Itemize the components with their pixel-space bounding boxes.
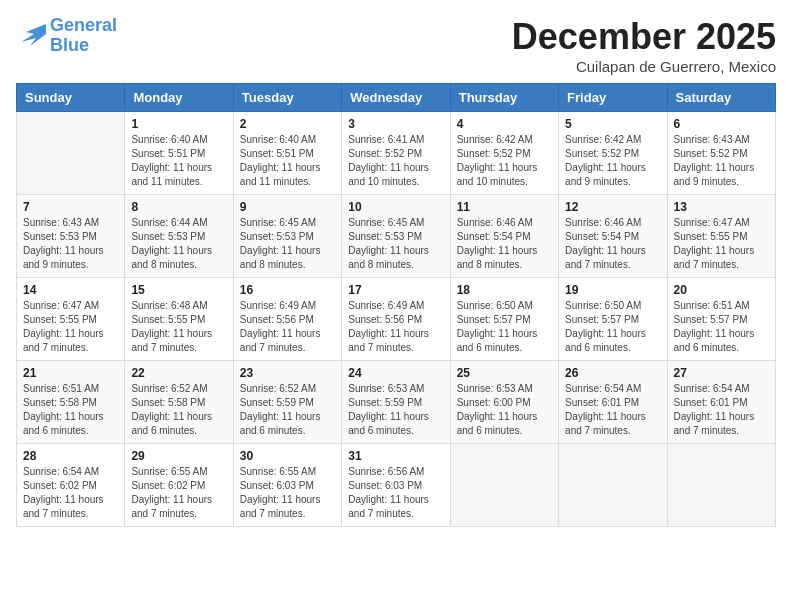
day-number: 5 <box>565 117 660 131</box>
calendar-cell: 22Sunrise: 6:52 AMSunset: 5:58 PMDayligh… <box>125 361 233 444</box>
calendar-cell: 8Sunrise: 6:44 AMSunset: 5:53 PMDaylight… <box>125 195 233 278</box>
day-info: Sunrise: 6:48 AMSunset: 5:55 PMDaylight:… <box>131 299 226 355</box>
calendar-cell: 1Sunrise: 6:40 AMSunset: 5:51 PMDaylight… <box>125 112 233 195</box>
day-info: Sunrise: 6:49 AMSunset: 5:56 PMDaylight:… <box>348 299 443 355</box>
day-number: 21 <box>23 366 118 380</box>
day-number: 1 <box>131 117 226 131</box>
calendar-cell: 9Sunrise: 6:45 AMSunset: 5:53 PMDaylight… <box>233 195 341 278</box>
day-info: Sunrise: 6:47 AMSunset: 5:55 PMDaylight:… <box>674 216 769 272</box>
calendar-week-row: 7Sunrise: 6:43 AMSunset: 5:53 PMDaylight… <box>17 195 776 278</box>
calendar-week-row: 28Sunrise: 6:54 AMSunset: 6:02 PMDayligh… <box>17 444 776 527</box>
calendar-table: Sunday Monday Tuesday Wednesday Thursday… <box>16 83 776 527</box>
header-friday: Friday <box>559 84 667 112</box>
day-info: Sunrise: 6:40 AMSunset: 5:51 PMDaylight:… <box>131 133 226 189</box>
day-info: Sunrise: 6:44 AMSunset: 5:53 PMDaylight:… <box>131 216 226 272</box>
day-info: Sunrise: 6:42 AMSunset: 5:52 PMDaylight:… <box>565 133 660 189</box>
day-number: 6 <box>674 117 769 131</box>
page-header: General Blue December 2025 Cuilapan de G… <box>16 16 776 75</box>
header-tuesday: Tuesday <box>233 84 341 112</box>
calendar-cell: 14Sunrise: 6:47 AMSunset: 5:55 PMDayligh… <box>17 278 125 361</box>
calendar-cell: 19Sunrise: 6:50 AMSunset: 5:57 PMDayligh… <box>559 278 667 361</box>
title-block: December 2025 Cuilapan de Guerrero, Mexi… <box>512 16 776 75</box>
calendar-cell: 26Sunrise: 6:54 AMSunset: 6:01 PMDayligh… <box>559 361 667 444</box>
day-info: Sunrise: 6:54 AMSunset: 6:01 PMDaylight:… <box>565 382 660 438</box>
day-info: Sunrise: 6:51 AMSunset: 5:57 PMDaylight:… <box>674 299 769 355</box>
calendar-week-row: 21Sunrise: 6:51 AMSunset: 5:58 PMDayligh… <box>17 361 776 444</box>
calendar-cell: 5Sunrise: 6:42 AMSunset: 5:52 PMDaylight… <box>559 112 667 195</box>
calendar-week-row: 1Sunrise: 6:40 AMSunset: 5:51 PMDaylight… <box>17 112 776 195</box>
calendar-cell: 3Sunrise: 6:41 AMSunset: 5:52 PMDaylight… <box>342 112 450 195</box>
day-number: 18 <box>457 283 552 297</box>
day-number: 16 <box>240 283 335 297</box>
calendar-cell <box>667 444 775 527</box>
day-number: 26 <box>565 366 660 380</box>
calendar-cell: 15Sunrise: 6:48 AMSunset: 5:55 PMDayligh… <box>125 278 233 361</box>
calendar-cell: 20Sunrise: 6:51 AMSunset: 5:57 PMDayligh… <box>667 278 775 361</box>
svg-marker-0 <box>21 24 46 46</box>
day-info: Sunrise: 6:50 AMSunset: 5:57 PMDaylight:… <box>565 299 660 355</box>
day-info: Sunrise: 6:40 AMSunset: 5:51 PMDaylight:… <box>240 133 335 189</box>
day-number: 28 <box>23 449 118 463</box>
calendar-cell: 21Sunrise: 6:51 AMSunset: 5:58 PMDayligh… <box>17 361 125 444</box>
calendar-cell: 7Sunrise: 6:43 AMSunset: 5:53 PMDaylight… <box>17 195 125 278</box>
day-info: Sunrise: 6:49 AMSunset: 5:56 PMDaylight:… <box>240 299 335 355</box>
day-info: Sunrise: 6:50 AMSunset: 5:57 PMDaylight:… <box>457 299 552 355</box>
day-number: 27 <box>674 366 769 380</box>
calendar-cell: 18Sunrise: 6:50 AMSunset: 5:57 PMDayligh… <box>450 278 558 361</box>
day-info: Sunrise: 6:47 AMSunset: 5:55 PMDaylight:… <box>23 299 118 355</box>
day-number: 19 <box>565 283 660 297</box>
day-number: 29 <box>131 449 226 463</box>
day-number: 10 <box>348 200 443 214</box>
day-info: Sunrise: 6:54 AMSunset: 6:01 PMDaylight:… <box>674 382 769 438</box>
calendar-cell: 28Sunrise: 6:54 AMSunset: 6:02 PMDayligh… <box>17 444 125 527</box>
day-number: 15 <box>131 283 226 297</box>
day-info: Sunrise: 6:43 AMSunset: 5:52 PMDaylight:… <box>674 133 769 189</box>
day-number: 11 <box>457 200 552 214</box>
calendar-header-row: Sunday Monday Tuesday Wednesday Thursday… <box>17 84 776 112</box>
day-info: Sunrise: 6:55 AMSunset: 6:02 PMDaylight:… <box>131 465 226 521</box>
day-info: Sunrise: 6:51 AMSunset: 5:58 PMDaylight:… <box>23 382 118 438</box>
calendar-cell: 2Sunrise: 6:40 AMSunset: 5:51 PMDaylight… <box>233 112 341 195</box>
calendar-cell <box>559 444 667 527</box>
header-sunday: Sunday <box>17 84 125 112</box>
day-info: Sunrise: 6:45 AMSunset: 5:53 PMDaylight:… <box>240 216 335 272</box>
calendar-cell: 23Sunrise: 6:52 AMSunset: 5:59 PMDayligh… <box>233 361 341 444</box>
header-monday: Monday <box>125 84 233 112</box>
day-info: Sunrise: 6:56 AMSunset: 6:03 PMDaylight:… <box>348 465 443 521</box>
day-number: 30 <box>240 449 335 463</box>
day-number: 4 <box>457 117 552 131</box>
day-number: 23 <box>240 366 335 380</box>
day-number: 20 <box>674 283 769 297</box>
logo: General Blue <box>16 16 117 56</box>
day-info: Sunrise: 6:42 AMSunset: 5:52 PMDaylight:… <box>457 133 552 189</box>
month-title: December 2025 <box>512 16 776 58</box>
day-info: Sunrise: 6:53 AMSunset: 6:00 PMDaylight:… <box>457 382 552 438</box>
calendar-cell <box>17 112 125 195</box>
calendar-cell: 30Sunrise: 6:55 AMSunset: 6:03 PMDayligh… <box>233 444 341 527</box>
calendar-cell: 16Sunrise: 6:49 AMSunset: 5:56 PMDayligh… <box>233 278 341 361</box>
day-number: 13 <box>674 200 769 214</box>
day-number: 9 <box>240 200 335 214</box>
day-info: Sunrise: 6:55 AMSunset: 6:03 PMDaylight:… <box>240 465 335 521</box>
calendar-cell: 6Sunrise: 6:43 AMSunset: 5:52 PMDaylight… <box>667 112 775 195</box>
logo-text: General Blue <box>50 16 117 56</box>
calendar-cell: 31Sunrise: 6:56 AMSunset: 6:03 PMDayligh… <box>342 444 450 527</box>
day-info: Sunrise: 6:52 AMSunset: 5:59 PMDaylight:… <box>240 382 335 438</box>
calendar-week-row: 14Sunrise: 6:47 AMSunset: 5:55 PMDayligh… <box>17 278 776 361</box>
day-info: Sunrise: 6:45 AMSunset: 5:53 PMDaylight:… <box>348 216 443 272</box>
day-info: Sunrise: 6:46 AMSunset: 5:54 PMDaylight:… <box>457 216 552 272</box>
calendar-cell: 25Sunrise: 6:53 AMSunset: 6:00 PMDayligh… <box>450 361 558 444</box>
day-number: 2 <box>240 117 335 131</box>
calendar-cell: 13Sunrise: 6:47 AMSunset: 5:55 PMDayligh… <box>667 195 775 278</box>
day-number: 7 <box>23 200 118 214</box>
day-number: 3 <box>348 117 443 131</box>
day-number: 12 <box>565 200 660 214</box>
calendar-cell <box>450 444 558 527</box>
header-saturday: Saturday <box>667 84 775 112</box>
day-number: 24 <box>348 366 443 380</box>
day-info: Sunrise: 6:41 AMSunset: 5:52 PMDaylight:… <box>348 133 443 189</box>
day-info: Sunrise: 6:53 AMSunset: 5:59 PMDaylight:… <box>348 382 443 438</box>
calendar-cell: 27Sunrise: 6:54 AMSunset: 6:01 PMDayligh… <box>667 361 775 444</box>
day-info: Sunrise: 6:52 AMSunset: 5:58 PMDaylight:… <box>131 382 226 438</box>
day-number: 22 <box>131 366 226 380</box>
